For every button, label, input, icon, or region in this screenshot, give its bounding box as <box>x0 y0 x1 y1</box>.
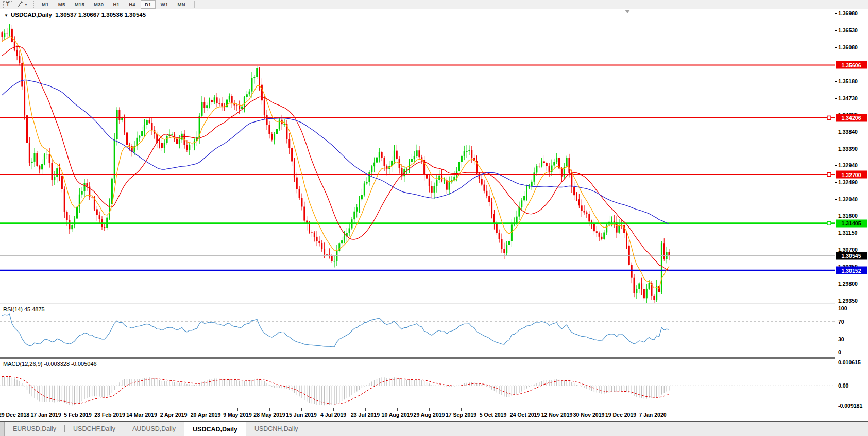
hline-price-label: 1.31405 <box>836 219 867 227</box>
date-axis[interactable]: 29 Dec 201817 Jan 20195 Feb 201923 Feb 2… <box>0 408 868 422</box>
price-tick-label: 1.36980 <box>838 10 858 16</box>
date-label: 19 Dec 2019 <box>605 412 636 418</box>
axis-tick-mark <box>835 165 837 166</box>
axis-tick-mark <box>835 182 837 183</box>
rsi-axis-label: 30 <box>838 336 844 342</box>
date-tick-mark <box>589 408 589 411</box>
timeframe-button-h4[interactable]: H4 <box>125 0 140 9</box>
rsi-axis-label: 100 <box>838 305 847 311</box>
date-tick-mark <box>365 408 366 411</box>
price-tick-label: 1.35180 <box>838 78 858 84</box>
hline-handle[interactable] <box>827 221 831 225</box>
toolbar: T ▼ M1M5M15M30H1H4D1W1MN <box>0 0 868 9</box>
price-tick-label: 1.31600 <box>838 213 858 219</box>
price-tick-label: 1.32940 <box>838 162 858 168</box>
date-label: 10 Aug 2019 <box>382 412 413 418</box>
timeframe-button-w1[interactable]: W1 <box>157 0 173 9</box>
date-label: 17 Jan 2019 <box>31 412 61 418</box>
chart-title: ▼USDCAD,Daily 1.30537 1.30667 1.30536 1.… <box>4 12 146 18</box>
date-label: 2 Apr 2019 <box>160 412 188 418</box>
axis-tick-mark <box>835 13 837 14</box>
date-label: 4 Jul 2019 <box>320 412 346 418</box>
hline-price-label: 1.35606 <box>836 61 867 69</box>
date-label: 28 May 2019 <box>253 412 285 418</box>
price-tick-label: 1.33840 <box>838 129 858 135</box>
rsi-label: RSI(14) 45.4875 <box>3 306 45 312</box>
hline-handle[interactable] <box>827 116 831 119</box>
candlestick-chart[interactable] <box>0 9 835 303</box>
date-tick-mark <box>14 408 14 411</box>
price-tick-label: 1.34730 <box>838 95 858 101</box>
price-tick-label: 1.29350 <box>838 298 858 304</box>
price-tick-label: 1.33390 <box>838 146 858 152</box>
tab-usdcnh[interactable]: USDCNH,Daily <box>246 422 307 436</box>
date-tick-mark <box>78 408 78 411</box>
macd-indicator-panel[interactable]: MACD(12,26,9) -0.003328 -0.005046 <box>0 359 868 408</box>
rsi-axis-label: 0 <box>838 349 841 355</box>
cursor-arrows-button[interactable]: ▼ <box>15 1 29 8</box>
toolbar-separator <box>194 1 195 8</box>
chevron-down-icon: ▼ <box>24 3 28 6</box>
macd-plot[interactable] <box>0 359 835 408</box>
tab-scroll-block[interactable] <box>0 422 5 436</box>
current-price-label: 1.30545 <box>836 252 867 259</box>
axis-tick-mark <box>835 47 837 48</box>
price-axis[interactable]: 1.369801.365301.360801.351801.347301.342… <box>835 9 868 408</box>
hline-handle[interactable] <box>827 173 831 177</box>
date-tick-mark <box>174 408 174 411</box>
date-tick-mark <box>301 408 302 411</box>
date-label: 12 Nov 2019 <box>541 412 573 418</box>
symbol-dropdown-icon[interactable]: ▼ <box>4 13 8 18</box>
date-label: 30 Nov 2019 <box>573 412 605 418</box>
date-tick-mark <box>397 408 398 411</box>
timeframe-button-m30[interactable]: M30 <box>90 0 108 9</box>
date-label: 20 Apr 2019 <box>191 412 221 418</box>
toolbar-grip <box>33 1 34 8</box>
axis-tick-mark <box>835 30 837 31</box>
macd-label: MACD(12,26,9) -0.003328 -0.005046 <box>3 361 97 367</box>
timeframe-button-m15[interactable]: M15 <box>71 0 89 9</box>
trading-app-window: T ▼ M1M5M15M30H1H4D1W1MN ▼USDCAD,Daily 1… <box>0 0 868 436</box>
axis-tick-mark <box>835 81 837 82</box>
hline-price-label: 1.32700 <box>836 171 867 179</box>
price-chart-panel[interactable]: ▼USDCAD,Daily 1.30537 1.30667 1.30536 1.… <box>0 9 868 303</box>
tab-eurusd[interactable]: EURUSD,Daily <box>5 422 64 436</box>
axis-tick-mark <box>835 149 837 149</box>
date-tick-mark <box>557 408 557 411</box>
tab-usdchf[interactable]: USDCHF,Daily <box>65 422 124 436</box>
price-tick-label: 1.36530 <box>838 27 858 33</box>
date-tick-mark <box>237 408 238 411</box>
rsi-plot[interactable] <box>0 304 835 357</box>
date-label: 5 Feb 2019 <box>64 412 92 418</box>
chart-ohlc-values: 1.30537 1.30667 1.30536 1.30545 <box>55 12 146 18</box>
date-label: 5 Oct 2019 <box>480 412 507 418</box>
tab-usdcad[interactable]: USDCAD,Daily <box>184 422 246 436</box>
rsi-indicator-panel[interactable]: RSI(14) 45.4875 <box>0 304 868 357</box>
date-tick-mark <box>269 408 270 411</box>
price-tick-label: 1.32490 <box>838 179 858 185</box>
price-tick-label: 1.31150 <box>838 230 857 236</box>
date-tick-mark <box>142 408 142 411</box>
timeframe-button-m1[interactable]: M1 <box>38 0 53 9</box>
timeframe-button-d1[interactable]: D1 <box>141 0 156 9</box>
date-label: 17 Sep 2019 <box>446 412 476 418</box>
tab-separator <box>307 425 307 432</box>
price-tick-label: 1.36080 <box>838 44 858 50</box>
date-tick-mark <box>621 408 621 411</box>
date-tick-mark <box>110 408 110 411</box>
axis-tick-mark <box>835 98 837 99</box>
date-tick-mark <box>206 408 206 411</box>
rsi-axis-label: 70 <box>838 319 844 325</box>
tab-audusd[interactable]: AUDUSD,Daily <box>124 422 184 436</box>
axis-tick-mark <box>835 284 837 284</box>
axis-tick-mark <box>835 132 837 132</box>
chart-shift-marker-icon <box>625 10 630 13</box>
timeframe-button-group: M1M5M15M30H1H4D1W1MN <box>37 0 190 9</box>
axis-tick-mark <box>835 301 837 301</box>
timeframe-button-mn[interactable]: MN <box>174 0 190 9</box>
text-tool-button[interactable]: T <box>3 1 12 8</box>
date-label: 9 May 2019 <box>223 412 251 418</box>
timeframe-button-h1[interactable]: H1 <box>109 0 124 9</box>
date-label: 7 Jan 2020 <box>639 412 666 418</box>
timeframe-button-m5[interactable]: M5 <box>54 0 70 9</box>
